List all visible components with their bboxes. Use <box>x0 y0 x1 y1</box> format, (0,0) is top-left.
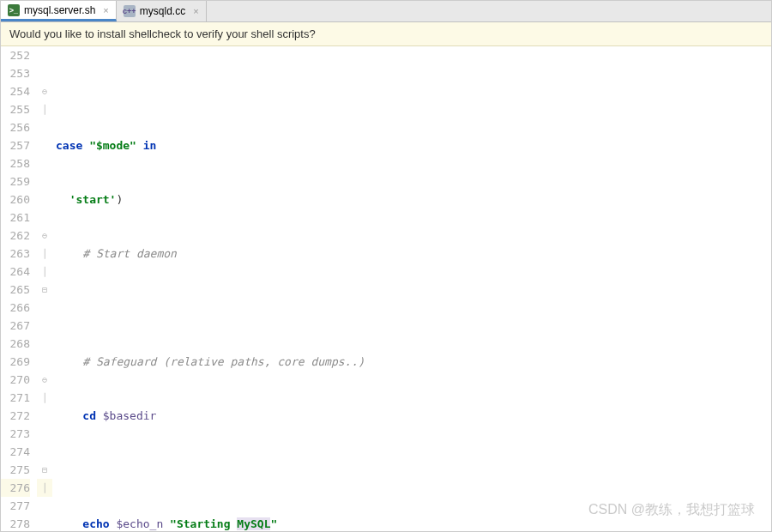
tab-label: mysqld.cc <box>140 5 185 17</box>
close-icon[interactable]: × <box>100 5 108 15</box>
tab-mysql-server-sh[interactable]: >_ mysql.server.sh × <box>1 1 117 21</box>
close-icon[interactable]: × <box>190 6 198 16</box>
code-area[interactable]: case "$mode" in 'start') # Start daemon … <box>52 46 771 532</box>
tab-label: mysql.server.sh <box>24 4 95 16</box>
banner-text: Would you like to install shellcheck to … <box>9 27 316 40</box>
fold-gutter: ⊖│⊖││⊟⊖│⊟│ <box>37 46 52 532</box>
shellcheck-banner[interactable]: Would you like to install shellcheck to … <box>1 22 771 46</box>
code-editor[interactable]: 2522532542552562572582592602612622632642… <box>1 46 771 532</box>
line-number-gutter: 2522532542552562572582592602612622632642… <box>1 46 37 532</box>
shell-file-icon: >_ <box>8 4 20 16</box>
cpp-file-icon: c++ <box>124 5 136 17</box>
editor-tabs: >_ mysql.server.sh × c++ mysqld.cc × <box>1 1 771 22</box>
tab-mysqld-cc[interactable]: c++ mysqld.cc × <box>117 1 207 21</box>
